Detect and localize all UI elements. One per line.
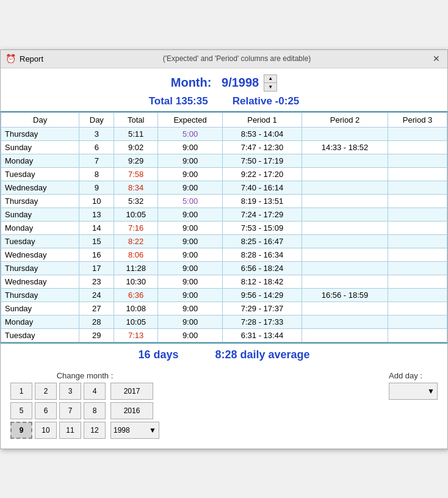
cell-period1[interactable]: 6:31 - 13:44	[223, 328, 302, 342]
cell-daynum: 28	[79, 315, 114, 328]
cell-period3[interactable]	[388, 140, 447, 154]
cell-period2[interactable]	[302, 208, 388, 221]
cell-period2[interactable]: 16:56 - 18:59	[302, 288, 388, 301]
cell-daynum: 15	[79, 234, 114, 248]
spinner-down[interactable]: ▼	[264, 83, 276, 91]
year-button-2017[interactable]: 2017	[110, 383, 153, 400]
month-button-7[interactable]: 7	[59, 402, 81, 419]
cell-period2[interactable]	[302, 328, 388, 342]
month-button-6[interactable]: 6	[35, 402, 57, 419]
cell-period2[interactable]	[302, 234, 388, 248]
add-day-dropdown[interactable]: ▼	[389, 383, 438, 400]
cell-period1[interactable]: 7:53 - 15:09	[223, 221, 302, 234]
cell-period1[interactable]: 7:47 - 12:30	[223, 140, 302, 154]
cell-period1[interactable]: 8:12 - 18:42	[223, 275, 302, 288]
cell-period3[interactable]	[388, 328, 447, 342]
month-spinner[interactable]: ▲ ▼	[264, 74, 277, 92]
cell-period1[interactable]: 7:29 - 17:37	[223, 301, 302, 315]
cell-expected[interactable]: 9:00	[158, 221, 223, 234]
cell-period3[interactable]	[388, 154, 447, 167]
table-row: Wednesday 16 8:06 9:00 8:28 - 16:34	[1, 248, 447, 261]
cell-period2[interactable]	[302, 127, 388, 140]
cell-period3[interactable]	[388, 221, 447, 234]
cell-period1[interactable]: 8:28 - 16:34	[223, 248, 302, 261]
cell-expected[interactable]: 9:00	[158, 234, 223, 248]
month-button-9[interactable]: 9	[10, 422, 32, 439]
cell-period3[interactable]	[388, 167, 447, 181]
cell-expected[interactable]: 9:00	[158, 288, 223, 301]
cell-expected[interactable]: 9:00	[158, 140, 223, 154]
month-button-8[interactable]: 8	[84, 402, 106, 419]
cell-period1[interactable]: 8:19 - 13:51	[223, 194, 302, 208]
cell-period2[interactable]	[302, 261, 388, 275]
cell-daynum: 8	[79, 167, 114, 181]
cell-period1[interactable]: 8:25 - 16:47	[223, 234, 302, 248]
month-button-11[interactable]: 11	[59, 422, 81, 439]
cell-period3[interactable]	[388, 261, 447, 275]
year-button-2016[interactable]: 2016	[110, 402, 153, 419]
spinner-up[interactable]: ▲	[264, 75, 276, 83]
month-button-10[interactable]: 10	[35, 422, 57, 439]
cell-period2[interactable]	[302, 248, 388, 261]
cell-period1[interactable]: 7:24 - 17:29	[223, 208, 302, 221]
month-button-1[interactable]: 1	[10, 383, 32, 400]
col-header-period1[interactable]: Period 1	[223, 112, 302, 127]
cell-period1[interactable]: 8:53 - 14:04	[223, 127, 302, 140]
cell-expected[interactable]: 9:00	[158, 275, 223, 288]
month-button-4[interactable]: 4	[84, 383, 106, 400]
cell-expected[interactable]: 9:00	[158, 167, 223, 181]
cell-expected[interactable]: 9:00	[158, 208, 223, 221]
cell-period2[interactable]	[302, 315, 388, 328]
cell-total: 10:30	[114, 275, 158, 288]
month-button-2[interactable]: 2	[35, 383, 57, 400]
month-label: Month: 9/1998	[171, 76, 259, 90]
cell-period1[interactable]: 6:56 - 18:24	[223, 261, 302, 275]
cell-expected[interactable]: 9:00	[158, 181, 223, 194]
cell-period2[interactable]	[302, 154, 388, 167]
cell-period1[interactable]: 7:50 - 17:19	[223, 154, 302, 167]
cell-period1[interactable]: 7:40 - 16:14	[223, 181, 302, 194]
cell-expected[interactable]: 9:00	[158, 154, 223, 167]
cell-period3[interactable]	[388, 194, 447, 208]
cell-period3[interactable]	[388, 315, 447, 328]
month-button-5[interactable]: 5	[10, 402, 32, 419]
cell-total: 7:13	[114, 328, 158, 342]
cell-period1[interactable]: 9:56 - 14:29	[223, 288, 302, 301]
cell-period1[interactable]: 7:28 - 17:33	[223, 315, 302, 328]
cell-expected[interactable]: 9:00	[158, 261, 223, 275]
col-header-period2[interactable]: Period 2	[302, 112, 388, 127]
cell-expected[interactable]: 9:00	[158, 315, 223, 328]
cell-dayname: Sunday	[1, 140, 79, 154]
month-button-12[interactable]: 12	[84, 422, 106, 439]
cell-period3[interactable]	[388, 248, 447, 261]
cell-expected[interactable]: 9:00	[158, 328, 223, 342]
table-row: Sunday 6 9:02 9:00 7:47 - 12:30 14:33 - …	[1, 140, 447, 154]
col-header-expected[interactable]: Expected	[158, 112, 223, 127]
cell-period2[interactable]	[302, 167, 388, 181]
col-header-period3[interactable]: Period 3	[388, 112, 447, 127]
cell-period2[interactable]	[302, 221, 388, 234]
month-button-3[interactable]: 3	[59, 383, 81, 400]
cell-total: 9:02	[114, 140, 158, 154]
close-button[interactable]: ✕	[430, 54, 443, 63]
cell-expected[interactable]: 9:00	[158, 301, 223, 315]
cell-expected[interactable]: 9:00	[158, 248, 223, 261]
month-row: Month: 9/1998 ▲ ▼	[1, 74, 447, 92]
cell-expected[interactable]: 5:00	[158, 127, 223, 140]
cell-period3[interactable]	[388, 127, 447, 140]
cell-total: 10:05	[114, 315, 158, 328]
cell-period3[interactable]	[388, 181, 447, 194]
cell-period2[interactable]: 14:33 - 18:52	[302, 140, 388, 154]
cell-period2[interactable]	[302, 181, 388, 194]
cell-period3[interactable]	[388, 275, 447, 288]
cell-period3[interactable]	[388, 234, 447, 248]
cell-period2[interactable]	[302, 301, 388, 315]
cell-period2[interactable]	[302, 194, 388, 208]
cell-period2[interactable]	[302, 275, 388, 288]
cell-period3[interactable]	[388, 301, 447, 315]
cell-period3[interactable]	[388, 288, 447, 301]
year-dropdown[interactable]: 1998▼	[110, 422, 159, 439]
cell-period3[interactable]	[388, 208, 447, 221]
cell-period1[interactable]: 9:22 - 17:20	[223, 167, 302, 181]
cell-expected[interactable]: 5:00	[158, 194, 223, 208]
